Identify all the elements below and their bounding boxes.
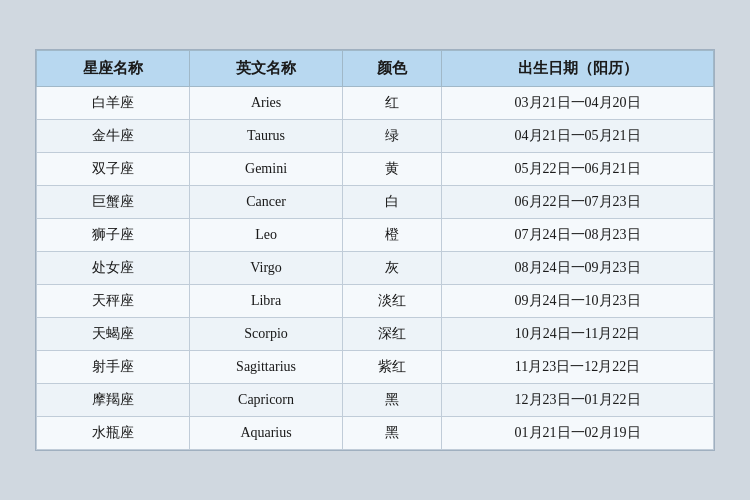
table-cell-10-1: Aquarius [190, 417, 343, 450]
table-cell-10-0: 水瓶座 [37, 417, 190, 450]
table-cell-5-1: Virgo [190, 252, 343, 285]
table-cell-5-3: 08月24日一09月23日 [442, 252, 714, 285]
table-cell-7-1: Scorpio [190, 318, 343, 351]
table-cell-1-0: 金牛座 [37, 120, 190, 153]
header-dates: 出生日期（阳历） [442, 51, 714, 87]
table-cell-9-0: 摩羯座 [37, 384, 190, 417]
table-cell-2-2: 黄 [343, 153, 442, 186]
table-cell-3-1: Cancer [190, 186, 343, 219]
table-cell-10-2: 黑 [343, 417, 442, 450]
table-cell-8-3: 11月23日一12月22日 [442, 351, 714, 384]
table-cell-7-0: 天蝎座 [37, 318, 190, 351]
header-color: 颜色 [343, 51, 442, 87]
table-row: 狮子座Leo橙07月24日一08月23日 [37, 219, 714, 252]
table-row: 金牛座Taurus绿04月21日一05月21日 [37, 120, 714, 153]
table-cell-8-2: 紫红 [343, 351, 442, 384]
table-cell-4-3: 07月24日一08月23日 [442, 219, 714, 252]
zodiac-table-container: 星座名称 英文名称 颜色 出生日期（阳历） 白羊座Aries红03月21日一04… [35, 49, 715, 451]
table-cell-3-0: 巨蟹座 [37, 186, 190, 219]
table-cell-3-2: 白 [343, 186, 442, 219]
table-cell-4-1: Leo [190, 219, 343, 252]
table-cell-0-3: 03月21日一04月20日 [442, 87, 714, 120]
table-cell-1-3: 04月21日一05月21日 [442, 120, 714, 153]
table-cell-8-0: 射手座 [37, 351, 190, 384]
zodiac-table: 星座名称 英文名称 颜色 出生日期（阳历） 白羊座Aries红03月21日一04… [36, 50, 714, 450]
table-row: 白羊座Aries红03月21日一04月20日 [37, 87, 714, 120]
table-cell-6-3: 09月24日一10月23日 [442, 285, 714, 318]
table-cell-6-2: 淡红 [343, 285, 442, 318]
table-cell-3-3: 06月22日一07月23日 [442, 186, 714, 219]
table-cell-0-0: 白羊座 [37, 87, 190, 120]
header-chinese-name: 星座名称 [37, 51, 190, 87]
table-cell-5-0: 处女座 [37, 252, 190, 285]
table-row: 巨蟹座Cancer白06月22日一07月23日 [37, 186, 714, 219]
table-row: 处女座Virgo灰08月24日一09月23日 [37, 252, 714, 285]
table-cell-2-3: 05月22日一06月21日 [442, 153, 714, 186]
table-cell-4-2: 橙 [343, 219, 442, 252]
table-body: 白羊座Aries红03月21日一04月20日金牛座Taurus绿04月21日一0… [37, 87, 714, 450]
table-cell-6-0: 天秤座 [37, 285, 190, 318]
table-cell-2-1: Gemini [190, 153, 343, 186]
table-row: 天秤座Libra淡红09月24日一10月23日 [37, 285, 714, 318]
table-row: 天蝎座Scorpio深红10月24日一11月22日 [37, 318, 714, 351]
table-cell-10-3: 01月21日一02月19日 [442, 417, 714, 450]
table-cell-1-2: 绿 [343, 120, 442, 153]
table-cell-7-3: 10月24日一11月22日 [442, 318, 714, 351]
table-cell-9-3: 12月23日一01月22日 [442, 384, 714, 417]
table-cell-2-0: 双子座 [37, 153, 190, 186]
table-row: 射手座Sagittarius紫红11月23日一12月22日 [37, 351, 714, 384]
header-english-name: 英文名称 [190, 51, 343, 87]
table-cell-5-2: 灰 [343, 252, 442, 285]
table-cell-0-2: 红 [343, 87, 442, 120]
table-row: 双子座Gemini黄05月22日一06月21日 [37, 153, 714, 186]
table-cell-0-1: Aries [190, 87, 343, 120]
table-cell-9-1: Capricorn [190, 384, 343, 417]
table-cell-7-2: 深红 [343, 318, 442, 351]
table-row: 摩羯座Capricorn黑12月23日一01月22日 [37, 384, 714, 417]
table-cell-1-1: Taurus [190, 120, 343, 153]
table-cell-6-1: Libra [190, 285, 343, 318]
table-header-row: 星座名称 英文名称 颜色 出生日期（阳历） [37, 51, 714, 87]
table-row: 水瓶座Aquarius黑01月21日一02月19日 [37, 417, 714, 450]
table-cell-8-1: Sagittarius [190, 351, 343, 384]
table-cell-9-2: 黑 [343, 384, 442, 417]
table-cell-4-0: 狮子座 [37, 219, 190, 252]
